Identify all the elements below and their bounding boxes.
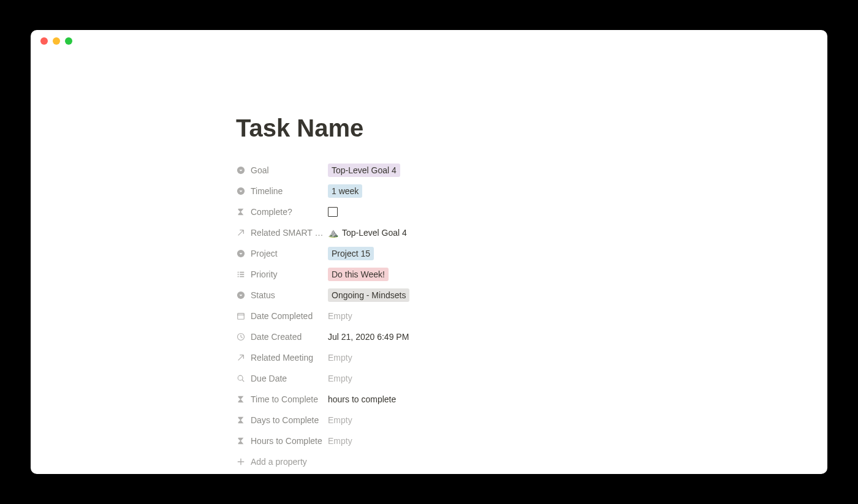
select-icon bbox=[236, 186, 246, 196]
property-project[interactable]: Project Project 15 bbox=[236, 243, 628, 264]
property-value[interactable]: Project 15 bbox=[328, 247, 628, 260]
property-value[interactable]: hours to complete bbox=[328, 394, 628, 404]
property-complete[interactable]: Complete? bbox=[236, 201, 628, 222]
relation-text: Top-Level Goal 4 bbox=[342, 228, 407, 238]
tag-timeline: 1 week bbox=[328, 184, 362, 198]
select-icon bbox=[236, 290, 246, 300]
relation-icon bbox=[236, 353, 246, 363]
property-label: Goal bbox=[251, 165, 269, 175]
titlebar bbox=[31, 30, 827, 52]
multiselect-icon bbox=[236, 269, 246, 279]
formula-icon bbox=[236, 207, 246, 217]
window-maximize-button[interactable] bbox=[65, 37, 72, 45]
add-property-label: Add a property bbox=[251, 457, 307, 467]
empty-value: Empty bbox=[328, 311, 352, 321]
property-label: Project bbox=[251, 249, 278, 258]
property-value[interactable]: Empty bbox=[328, 374, 628, 383]
mountain-icon: ⛰️ bbox=[328, 228, 338, 238]
search-icon bbox=[236, 374, 246, 383]
date-value: Jul 21, 2020 6:49 PM bbox=[328, 332, 409, 342]
formula-icon bbox=[236, 394, 246, 404]
svg-point-6 bbox=[238, 375, 243, 380]
property-value[interactable]: Empty bbox=[328, 415, 628, 425]
empty-value: Empty bbox=[328, 436, 352, 446]
tag-status: Ongoing - Mindsets bbox=[328, 288, 409, 302]
property-value[interactable]: Top-Level Goal 4 bbox=[328, 164, 628, 177]
property-goal[interactable]: Goal Top-Level Goal 4 bbox=[236, 160, 628, 181]
property-label: Complete? bbox=[251, 207, 292, 217]
property-days-to-complete[interactable]: Days to Complete Empty bbox=[236, 410, 628, 431]
property-label: Timeline bbox=[251, 186, 283, 196]
plus-icon bbox=[236, 457, 246, 467]
property-label: Related Meeting bbox=[251, 353, 313, 363]
property-status[interactable]: Status Ongoing - Mindsets bbox=[236, 285, 628, 306]
svg-rect-4 bbox=[238, 314, 245, 320]
empty-value: Empty bbox=[328, 415, 352, 425]
app-window: Task Name Goal Top-Level Goal 4 Timeline bbox=[31, 30, 827, 474]
property-value[interactable]: Empty bbox=[328, 353, 628, 363]
property-related-meeting[interactable]: Related Meeting Empty bbox=[236, 347, 628, 368]
property-value[interactable]: Empty bbox=[328, 436, 628, 446]
property-value[interactable]: Jul 21, 2020 6:49 PM bbox=[328, 332, 628, 342]
property-label: Hours to Complete bbox=[251, 436, 322, 446]
tag-priority: Do this Week! bbox=[328, 268, 389, 281]
clock-icon bbox=[236, 332, 246, 342]
window-minimize-button[interactable] bbox=[53, 37, 60, 45]
property-label: Date Completed bbox=[251, 311, 313, 321]
property-label: Time to Complete bbox=[251, 394, 318, 404]
property-value[interactable]: Do this Week! bbox=[328, 268, 628, 281]
property-label: Due Date bbox=[251, 374, 287, 383]
property-date-completed[interactable]: Date Completed Empty bbox=[236, 306, 628, 326]
property-value[interactable] bbox=[328, 207, 628, 217]
property-label: Days to Complete bbox=[251, 415, 319, 425]
add-property-button[interactable]: Add a property bbox=[236, 451, 628, 472]
formula-icon bbox=[236, 436, 246, 446]
window-close-button[interactable] bbox=[40, 37, 48, 45]
property-label: Status bbox=[251, 290, 275, 300]
property-value[interactable]: Empty bbox=[328, 311, 628, 321]
select-icon bbox=[236, 165, 246, 175]
formula-icon bbox=[236, 415, 246, 425]
property-date-created[interactable]: Date Created Jul 21, 2020 6:49 PM bbox=[236, 326, 628, 347]
relation-value: ⛰️ Top-Level Goal 4 bbox=[328, 228, 407, 238]
property-time-to-complete[interactable]: Time to Complete hours to complete bbox=[236, 389, 628, 410]
text-value: hours to complete bbox=[328, 394, 396, 404]
property-value[interactable]: ⛰️ Top-Level Goal 4 bbox=[328, 228, 628, 238]
property-label: Date Created bbox=[251, 332, 302, 342]
property-timeline[interactable]: Timeline 1 week bbox=[236, 181, 628, 201]
property-value[interactable]: Ongoing - Mindsets bbox=[328, 288, 628, 302]
select-icon bbox=[236, 249, 246, 258]
tag-goal: Top-Level Goal 4 bbox=[328, 164, 400, 177]
property-related-smart-goal[interactable]: Related SMART G... ⛰️ Top-Level Goal 4 bbox=[236, 222, 628, 243]
empty-value: Empty bbox=[328, 374, 352, 383]
property-hours-to-complete[interactable]: Hours to Complete Empty bbox=[236, 431, 628, 451]
property-value[interactable]: 1 week bbox=[328, 184, 628, 198]
page-content: Task Name Goal Top-Level Goal 4 Timeline bbox=[236, 52, 628, 474]
empty-value: Empty bbox=[328, 353, 352, 363]
property-priority[interactable]: Priority Do this Week! bbox=[236, 264, 628, 285]
property-label: Related SMART G... bbox=[251, 228, 328, 238]
property-due-date[interactable]: Due Date Empty bbox=[236, 368, 628, 389]
date-icon bbox=[236, 311, 246, 321]
checkbox-complete[interactable] bbox=[328, 207, 338, 217]
tag-project: Project 15 bbox=[328, 247, 374, 260]
property-label: Priority bbox=[251, 269, 278, 279]
page-title[interactable]: Task Name bbox=[236, 113, 628, 143]
relation-icon bbox=[236, 228, 246, 238]
